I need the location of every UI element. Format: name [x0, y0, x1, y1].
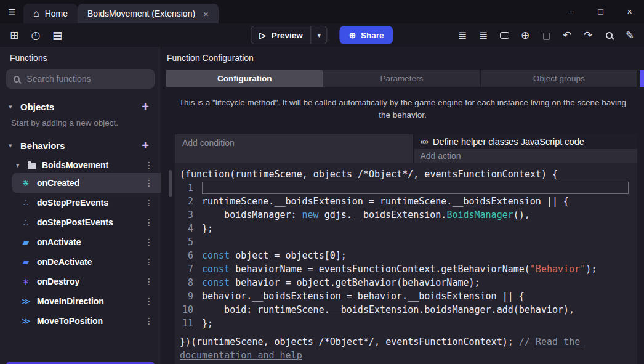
function-item-onDestroy[interactable]: ∗onDestroy⋮ [12, 272, 161, 291]
comment-bubble-shape [500, 32, 509, 39]
share-button[interactable]: ⊕ Share [340, 26, 393, 44]
kebab-menu-icon[interactable]: ⋮ [145, 257, 153, 267]
function-item-doStepPreEvents[interactable]: ∴doStepPreEvents⋮ [12, 193, 161, 212]
objects-section-header[interactable]: ▾ Objects + [0, 95, 161, 118]
code-text: const object = objects[0]; [202, 249, 347, 262]
search-functions-input[interactable] [26, 74, 147, 84]
behaviors-section-header[interactable]: ▾ Behaviors + [0, 134, 161, 157]
code-edit-box[interactable] [202, 182, 629, 194]
code-line: 11}; [180, 317, 637, 330]
kebab-menu-icon[interactable]: ⋮ [145, 217, 153, 227]
code-text: boidsManager: new gdjs.__boidsExtension.… [202, 208, 530, 222]
add-object-button[interactable]: + [139, 100, 152, 113]
doStepPostEvents-icon: ∴ [21, 217, 31, 227]
toolbar: ⊞ ◷ ▤ ▷ Preview ▾ ⊕ Share ≣ ≣ ⊕ ↶ ↷ [0, 23, 644, 47]
theme-edit-icon[interactable]: ✎ [624, 30, 635, 41]
function-item-MoveToPosition[interactable]: ≫MoveToPosition⋮ [12, 311, 161, 331]
add-action-cell[interactable]: Add action [414, 149, 638, 163]
kebab-menu-icon[interactable]: ⋮ [145, 296, 153, 306]
function-label: doStepPreEvents [37, 198, 108, 208]
add-circle-icon[interactable]: ⊕ [520, 30, 531, 41]
event-drag-handle[interactable] [169, 170, 172, 197]
function-item-MoveInDirection[interactable]: ≫MoveInDirection⋮ [12, 291, 161, 311]
content: Functions ▾ Objects + Start by adding a … [0, 47, 644, 364]
history-icon[interactable]: ◷ [30, 30, 41, 41]
tab-boidsmovement-extension[interactable]: BoidsMovement (Extension) × [78, 4, 219, 23]
tab-object-groups[interactable]: Object groups [481, 70, 638, 87]
code-line: 3 boidsManager: new gdjs.__boidsExtensio… [180, 208, 637, 222]
play-icon: ▷ [259, 30, 265, 40]
instances-list-icon[interactable]: ≣ [457, 30, 468, 41]
kebab-menu-icon[interactable]: ⋮ [145, 160, 153, 170]
add-behavior-button[interactable]: + [139, 139, 152, 152]
maximize-button[interactable]: □ [586, 0, 615, 23]
behavior-folder-boidsmovement[interactable]: ▾ BoidsMovement ⋮ [0, 157, 161, 173]
preview-button[interactable]: ▷ Preview ▾ [251, 26, 327, 44]
tab-home[interactable]: ⌂ Home [23, 4, 78, 23]
kebab-menu-icon[interactable]: ⋮ [145, 237, 153, 247]
onCreated-icon: ⋇ [21, 178, 31, 188]
function-item-onDeActivate[interactable]: ▰onDeActivate⋮ [12, 252, 161, 272]
onDestroy-icon: ∗ [21, 277, 31, 286]
preview-dropdown-button[interactable]: ▾ [311, 26, 327, 44]
code-text: boid: runtimeScene.__boidsExtension.boid… [202, 303, 574, 317]
add-new-function-button[interactable]: + Add a new function [6, 362, 155, 364]
onActivate-icon: ▰ [21, 237, 31, 247]
code-footer-text: // [519, 336, 536, 347]
function-configuration-panel: Function Configuration Configuration Par… [161, 47, 644, 364]
kebab-menu-icon[interactable]: ⋮ [145, 277, 153, 286]
line-number: 8 [180, 276, 202, 289]
code-line: 5 [180, 235, 637, 249]
search-icon[interactable] [603, 30, 614, 41]
trash-can-shape [543, 33, 550, 40]
tab-parameters[interactable]: Parameters [323, 70, 480, 87]
MoveToPosition-icon: ≫ [21, 316, 31, 326]
code-text: const behavior = object.getBehavior(beha… [202, 276, 480, 289]
home-icon: ⌂ [33, 8, 39, 19]
behavior-folder-label: BoidsMovement [42, 160, 108, 170]
tab-configuration[interactable]: Configuration [166, 70, 323, 87]
chevron-down-icon: ▾ [318, 31, 321, 39]
redo-icon[interactable]: ↷ [582, 30, 594, 41]
js-code-icon: «» [421, 137, 428, 146]
code-line: 9behavior.__boidsExtension = behavior.__… [180, 289, 637, 303]
function-item-doStepPostEvents[interactable]: ∴doStepPostEvents⋮ [12, 212, 161, 232]
js-event-title[interactable]: «» Define helper classes JavaScript code [414, 134, 638, 149]
function-label: doStepPostEvents [37, 217, 113, 227]
window-controls: − □ × [557, 0, 644, 23]
kebab-menu-icon[interactable]: ⋮ [145, 198, 153, 208]
code-header-line: (function(runtimeScene, objects /*Object… [180, 168, 637, 181]
hamburger-menu-icon[interactable]: ≡ [0, 0, 23, 23]
events-gutter [166, 134, 175, 364]
minimize-button[interactable]: − [557, 0, 586, 23]
function-item-onActivate[interactable]: ▰onActivate⋮ [12, 232, 161, 252]
caret-down-icon[interactable]: ▾ [16, 161, 22, 169]
onDeActivate-icon: ▰ [21, 257, 31, 267]
code-line: 6const object = objects[0]; [180, 249, 637, 262]
comment-icon[interactable] [499, 30, 510, 41]
tab-extension-label: BoidsMovement (Extension) [87, 9, 195, 18]
project-manager-icon[interactable]: ⊞ [9, 30, 20, 41]
close-tab-icon[interactable]: × [203, 9, 209, 19]
trash-icon[interactable] [541, 30, 552, 41]
code-line: 8const behavior = object.getBehavior(beh… [180, 276, 637, 289]
function-item-onCreated[interactable]: ⋇onCreated⋮ [12, 173, 161, 193]
save-icon[interactable]: ▤ [52, 30, 63, 41]
magnifier-shape [606, 32, 613, 39]
function-label: onDeActivate [37, 257, 92, 267]
caret-down-icon[interactable]: ▾ [9, 103, 15, 111]
kebab-menu-icon[interactable]: ⋮ [145, 316, 153, 326]
caret-down-icon[interactable]: ▾ [9, 142, 15, 150]
line-number: 7 [180, 262, 202, 276]
objects-list-icon[interactable]: ≣ [478, 30, 489, 41]
search-functions-box[interactable] [6, 69, 155, 89]
close-button[interactable]: × [615, 0, 644, 23]
add-condition-cell[interactable]: Add condition [175, 134, 414, 163]
share-label: Share [361, 31, 384, 40]
preview-button-main[interactable]: ▷ Preview [251, 30, 310, 40]
js-event-label: Define helper classes JavaScript code [433, 137, 584, 147]
js-code-editor[interactable]: (function(runtimeScene, objects /*Object… [175, 163, 637, 364]
functions-tree: ▾ Objects + Start by adding a new object… [0, 95, 161, 357]
kebab-menu-icon[interactable]: ⋮ [145, 178, 153, 188]
undo-icon[interactable]: ↶ [561, 30, 573, 41]
